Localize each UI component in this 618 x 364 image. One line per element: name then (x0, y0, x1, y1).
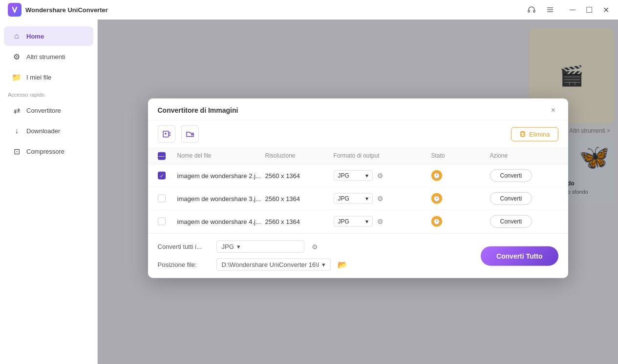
maximize-button[interactable]: ☐ (585, 5, 594, 14)
delete-label: Elimina (529, 130, 550, 138)
convert-all-format-value: JPG (222, 243, 234, 250)
sidebar-home-label: Home (26, 33, 44, 40)
row3-checkbox-cell (158, 218, 177, 225)
dialog-title: Convertitore di Immagini (158, 106, 238, 114)
svg-rect-0 (528, 10, 530, 12)
select-all-checkbox[interactable]: — (158, 152, 166, 160)
row1-convert-button[interactable]: Converti (490, 169, 533, 182)
headset-icon[interactable] (527, 5, 536, 14)
row3-format-cell: JPG ▾ ⚙ (334, 216, 431, 227)
row1-format-value: JPG (338, 172, 349, 179)
svg-rect-13 (521, 132, 525, 137)
row2-action: Converti (490, 192, 558, 205)
compressor-icon: ⊡ (12, 146, 21, 156)
convert-all-settings-icon[interactable]: ⚙ (309, 241, 321, 252)
sidebar-item-other-tools[interactable]: ⚙ Altri strumenti (4, 47, 93, 66)
row1-resolution: 2560 x 1364 (265, 172, 334, 179)
row3-status: 🕐 (431, 216, 490, 227)
row1-dropdown-arrow: ▾ (365, 172, 368, 179)
dialog-footer: Converti tutti i... JPG ▾ ⚙ Posizione fi… (148, 233, 568, 278)
dialog-close-button[interactable]: × (549, 105, 558, 115)
row3-checkbox[interactable] (158, 218, 166, 225)
header-filename: Nome del file (177, 152, 265, 160)
row2-status: 🕐 (431, 193, 490, 204)
row3-filename: imagem de wondershare 4.j... (177, 218, 265, 225)
row3-convert-button[interactable]: Converti (490, 215, 533, 228)
add-file-button[interactable] (158, 125, 175, 143)
quick-access-label: Accesso rapido (0, 88, 97, 100)
row2-dropdown-arrow: ▾ (365, 195, 368, 202)
sidebar-other-tools-label: Altri strumenti (26, 53, 65, 61)
row2-checkbox-cell (158, 195, 177, 202)
table-row: imagem de wondershare 4.j... 2560 x 1364… (148, 210, 568, 233)
titlebar: Wondershare UniConverter ─ ☐ ✕ (0, 0, 618, 20)
sidebar-item-compressor[interactable]: ⊡ Compressore (4, 142, 93, 161)
header-checkbox-cell: — (158, 152, 177, 160)
row2-format-dropdown[interactable]: JPG ▾ (334, 193, 373, 204)
app-name: Wondershare UniConverter (25, 6, 108, 14)
row3-dropdown-arrow: ▾ (365, 218, 368, 225)
delete-button[interactable]: Elimina (511, 127, 558, 141)
row1-checkbox-cell: ✓ (158, 172, 177, 180)
table-header: — Nome del file Risoluzione Formato di o… (148, 148, 568, 164)
app-logo (8, 3, 21, 17)
dialog-header: Convertitore di Immagini × (148, 99, 568, 121)
row1-clock-icon: 🕐 (431, 170, 442, 181)
minimize-button[interactable]: ─ (568, 5, 577, 14)
row3-settings-icon[interactable]: ⚙ (375, 216, 386, 227)
add-folder-button[interactable] (181, 125, 199, 143)
file-position-row: Posizione file: D:\Wondershare UniConver… (158, 258, 350, 271)
header-status: Stato (431, 152, 490, 160)
row3-action: Converti (490, 215, 558, 228)
sidebar: ⌂ Home ⚙ Altri strumenti 📁 I miei file A… (0, 20, 98, 364)
file-position-value: D:\Wondershare UniConverter 16\I (222, 261, 320, 268)
table-row: imagem de wondershare 3.j... 2560 x 1364… (148, 187, 568, 210)
row3-format-value: JPG (338, 218, 349, 225)
browse-folder-button[interactable]: 📂 (336, 258, 349, 271)
row1-format-cell: JPG ▾ ⚙ (334, 170, 431, 182)
row2-format-cell: JPG ▾ ⚙ (334, 193, 431, 204)
sidebar-compressor-label: Compressore (26, 148, 64, 155)
row2-format-value: JPG (338, 195, 349, 202)
home-icon: ⌂ (12, 31, 21, 41)
titlebar-left: Wondershare UniConverter (8, 3, 108, 17)
header-format: Formato di output (334, 152, 431, 160)
row1-settings-icon[interactable]: ⚙ (375, 170, 386, 182)
sidebar-converter-label: Convertitore (26, 107, 61, 114)
main-area: 🎬 Altri strumenti > e dello Sfondo matic… (98, 20, 618, 364)
files-icon: 📁 (12, 72, 21, 82)
file-position-dropdown-arrow: ▾ (322, 261, 325, 268)
convert-all-button[interactable]: Converti Tutto (481, 246, 558, 265)
sidebar-my-files-label: I miei file (26, 74, 51, 81)
row2-filename: imagem de wondershare 3.j... (177, 195, 265, 202)
row2-convert-button[interactable]: Converti (490, 192, 533, 205)
header-resolution: Risoluzione (265, 152, 334, 160)
sidebar-downloader-label: Downloader (26, 127, 60, 135)
dialog-toolbar: Elimina (148, 121, 568, 148)
row2-resolution: 2560 x 1364 (265, 195, 334, 202)
row3-clock-icon: 🕐 (431, 216, 442, 227)
table-body: ✓ imagem de wondershare 2.j... 2560 x 13… (148, 164, 568, 233)
row2-settings-icon[interactable]: ⚙ (375, 193, 386, 204)
sidebar-item-home[interactable]: ⌂ Home (4, 26, 93, 46)
row1-filename: imagem de wondershare 2.j... (177, 172, 265, 179)
close-button[interactable]: ✕ (601, 5, 610, 14)
row1-checkbox[interactable]: ✓ (158, 172, 166, 180)
row2-clock-icon: 🕐 (431, 193, 442, 204)
sidebar-item-converter[interactable]: ⇄ Convertitore (4, 101, 93, 120)
file-position-select[interactable]: D:\Wondershare UniConverter 16\I ▾ (216, 258, 331, 270)
image-converter-dialog: Convertitore di Immagini × (148, 99, 568, 278)
sidebar-item-my-files[interactable]: 📁 I miei file (4, 67, 93, 87)
svg-rect-1 (533, 10, 535, 12)
footer-left: Converti tutti i... JPG ▾ ⚙ Posizione fi… (158, 241, 350, 271)
convert-all-format-select[interactable]: JPG ▾ (216, 241, 304, 253)
convert-all-dropdown-arrow: ▾ (237, 243, 240, 250)
file-position-label: Posizione file: (158, 261, 212, 268)
row3-format-dropdown[interactable]: JPG ▾ (334, 216, 373, 227)
row2-checkbox[interactable] (158, 195, 166, 202)
sidebar-item-downloader[interactable]: ↓ Downloader (4, 121, 93, 141)
row1-format-dropdown[interactable]: JPG ▾ (334, 170, 373, 181)
row3-resolution: 2560 x 1364 (265, 218, 334, 225)
converter-icon: ⇄ (12, 105, 21, 115)
menu-icon[interactable] (546, 5, 554, 14)
